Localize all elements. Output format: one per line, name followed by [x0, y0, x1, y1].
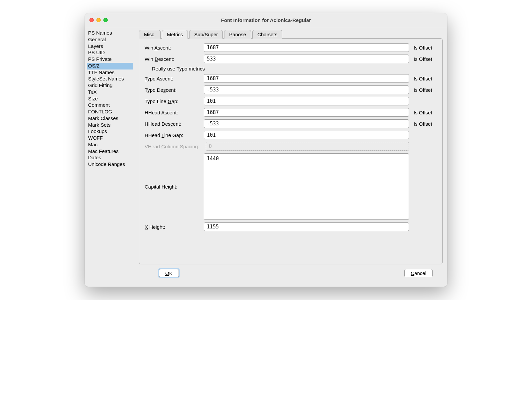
typo-descent-input[interactable] [204, 85, 409, 94]
hhead-linegap-input[interactable] [204, 131, 409, 139]
x-height-input[interactable] [204, 222, 409, 231]
dialog-buttons: OK Cancel [139, 264, 443, 283]
typo-linegap-input[interactable] [204, 97, 409, 105]
tab-sub-super[interactable]: Sub/Super [189, 30, 223, 39]
sidebar-item-t-x[interactable]: TεX [87, 89, 133, 96]
hhead-descent-input[interactable] [204, 119, 409, 128]
sidebar-item-mac[interactable]: Mac [87, 142, 133, 148]
tab-panose[interactable]: Panose [224, 30, 251, 39]
typo-ascent-input[interactable] [204, 74, 409, 83]
sidebar-item-grid-fitting[interactable]: Grid Fitting [87, 82, 133, 89]
sidebar-item-ttf-names[interactable]: TTF Names [87, 69, 133, 76]
sidebar-item-mark-classes[interactable]: Mark Classes [87, 115, 133, 122]
category-sidebar: PS NamesGeneralLayersPS UIDPS PrivateOS/… [85, 27, 133, 287]
cancel-button[interactable]: Cancel [404, 269, 433, 277]
typo-descent-offset[interactable]: Is Offset [414, 87, 437, 93]
typo-descent-label: Typo Descent: [145, 87, 202, 93]
sidebar-item-fontlog[interactable]: FONTLOG [87, 109, 133, 115]
window-title: Font Information for Aclonica-Regular [89, 17, 443, 23]
capital-height-label: Capital Height: [145, 184, 202, 190]
x-height-label: X Height: [145, 224, 202, 230]
titlebar: Font Information for Aclonica-Regular [85, 13, 447, 27]
ok-button[interactable]: OK [159, 269, 179, 277]
typo-ascent-offset[interactable]: Is Offset [414, 76, 437, 81]
metrics-pane: Win Ascent: Is Offset Win Descent: Is Of… [139, 38, 443, 264]
sidebar-item-ps-uid[interactable]: PS UID [87, 50, 133, 56]
really-use-typo-checkbox-label[interactable]: Really use Typo metrics [145, 66, 205, 71]
minimize-icon[interactable] [96, 18, 101, 22]
win-descent-label: Win Descent: [145, 56, 202, 62]
sidebar-item-mark-sets[interactable]: Mark Sets [87, 122, 133, 129]
window-controls [89, 18, 108, 22]
sidebar-item-mac-features[interactable]: Mac Features [87, 148, 133, 155]
hhead-linegap-label: HHead Line Gap: [145, 132, 202, 138]
tab-misc-[interactable]: Misc. [139, 30, 161, 39]
sidebar-item-size[interactable]: Size [87, 96, 133, 102]
win-descent-offset[interactable]: Is Offset [414, 56, 437, 62]
vhead-label: VHead Column Spacing: [145, 144, 204, 149]
tab-bar: Misc.MetricsSub/SuperPanoseCharsets [139, 30, 443, 39]
sidebar-item-lookups[interactable]: Lookups [87, 128, 133, 135]
sidebar-item-general[interactable]: General [87, 37, 133, 43]
sidebar-item-dates[interactable]: Dates [87, 155, 133, 161]
hhead-descent-label: HHead Descent: [145, 121, 202, 127]
zoom-icon[interactable] [103, 18, 108, 22]
hhead-ascent-label: HHead Ascent: [145, 110, 202, 115]
win-descent-input[interactable] [204, 55, 409, 63]
tab-charsets[interactable]: Charsets [252, 30, 282, 39]
sidebar-item-os-2[interactable]: OS/2 [87, 63, 133, 69]
sidebar-item-layers[interactable]: Layers [87, 43, 133, 50]
sidebar-item-styleset-names[interactable]: StyleSet Names [87, 76, 133, 82]
main-pane: Misc.MetricsSub/SuperPanoseCharsets Win … [133, 27, 447, 287]
typo-linegap-label: Typo Line Gap: [145, 98, 202, 104]
tab-metrics[interactable]: Metrics [162, 30, 188, 39]
sidebar-item-ps-names[interactable]: PS Names [87, 30, 133, 37]
hhead-descent-offset[interactable]: Is Offset [414, 121, 437, 127]
hhead-ascent-input[interactable] [204, 108, 409, 117]
close-icon[interactable] [89, 18, 94, 22]
font-info-window: Font Information for Aclonica-Regular PS… [85, 13, 447, 287]
typo-ascent-label: Typo Ascent: [145, 76, 202, 81]
vhead-input [206, 142, 409, 151]
win-ascent-label: Win Ascent: [145, 45, 202, 51]
hhead-ascent-offset[interactable]: Is Offset [414, 110, 437, 115]
win-ascent-offset[interactable]: Is Offset [414, 45, 437, 51]
sidebar-item-unicode-ranges[interactable]: Unicode Ranges [87, 161, 133, 168]
capital-height-input[interactable]: 1440 [204, 153, 409, 220]
sidebar-item-ps-private[interactable]: PS Private [87, 56, 133, 63]
win-ascent-input[interactable] [204, 43, 409, 52]
sidebar-item-comment[interactable]: Comment [87, 102, 133, 109]
sidebar-item-woff[interactable]: WOFF [87, 135, 133, 142]
